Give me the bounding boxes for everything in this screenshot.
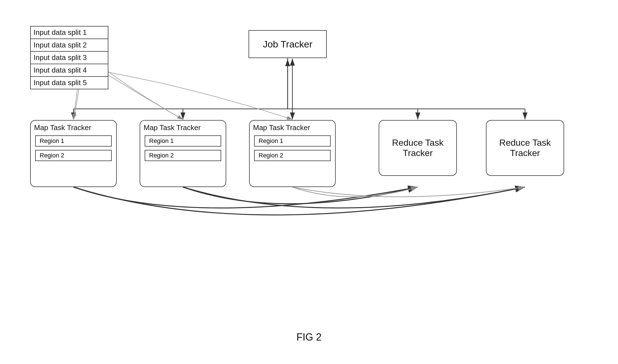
reduce-tracker-2-label: Reduce Task Tracker [486, 135, 564, 161]
reduce-tracker-1: Reduce Task Tracker [379, 120, 457, 176]
split-row-1: Input data split 1 [30, 26, 108, 39]
map-tracker-2: Map Task Tracker Region 1 Region 2 [140, 120, 226, 187]
job-tracker-label: Job Tracker [263, 39, 312, 50]
map-tracker-3-label: Map Task Tracker [250, 121, 335, 134]
split-row-3: Input data split 3 [30, 51, 108, 64]
map-tracker-2-region2: Region 2 [145, 150, 221, 161]
split-row-2: Input data split 2 [30, 39, 108, 52]
map-tracker-1-region2: Region 2 [35, 150, 112, 161]
split-row-5: Input data split 5 [30, 76, 108, 89]
map-tracker-1: Map Task Tracker Region 1 Region 2 [30, 120, 117, 187]
job-tracker: Job Tracker [249, 30, 327, 58]
reduce-tracker-2: Reduce Task Tracker [486, 120, 564, 176]
map-tracker-2-label: Map Task Tracker [140, 121, 226, 134]
diagram-container: Input data split 1 Input data split 2 In… [0, 0, 618, 364]
map-tracker-1-region1: Region 1 [35, 135, 112, 147]
split-row-4: Input data split 4 [30, 64, 108, 77]
map-tracker-3-region2: Region 2 [254, 150, 331, 161]
map-tracker-3: Map Task Tracker Region 1 Region 2 [249, 120, 336, 187]
map-tracker-2-region1: Region 1 [145, 135, 221, 147]
map-tracker-1-label: Map Task Tracker [31, 121, 116, 134]
map-tracker-3-region1: Region 1 [254, 135, 331, 147]
input-splits: Input data split 1 Input data split 2 In… [30, 27, 108, 89]
reduce-tracker-1-label: Reduce Task Tracker [379, 135, 456, 161]
figure-label: FIG 2 [296, 331, 321, 343]
